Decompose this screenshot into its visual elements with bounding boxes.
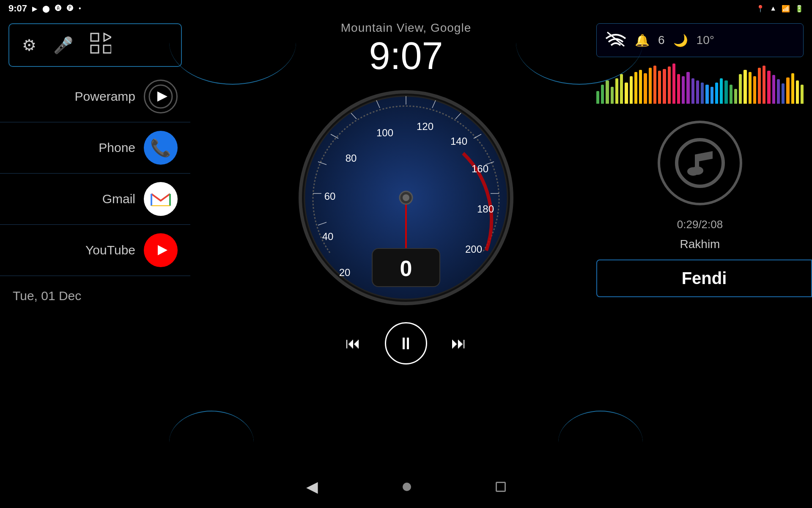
eq-bar-31 [743,70,746,104]
stop-status-icon: ⬤ [42,5,50,13]
date-label: Tue, 01 Dec [0,276,190,316]
svg-marker-5 [157,91,167,102]
eq-bar-29 [734,89,737,104]
eq-bar-41 [791,73,794,104]
eq-bar-20 [691,78,694,104]
temperature-text: 10° [697,33,714,47]
status-left-icons: 9:07 ▶ ⬤ 🅐 🅟 • [8,3,81,14]
eq-bar-22 [701,83,704,104]
main-time: 9:07 [369,37,443,75]
ringer-icon: 🔔 [635,33,650,47]
eq-bar-43 [801,85,804,104]
left-panel: ⚙ 🎤 Poweramp Phone 📞 Gmail [0,0,190,466]
eq-bar-2 [606,80,609,104]
status-time: 9:07 [8,3,27,14]
poweramp-icon [144,80,178,113]
svg-rect-2 [91,45,99,53]
eq-bar-3 [611,87,614,104]
location-status-icon: 📍 [756,5,765,13]
wifi-status-icon: ▲ [770,5,776,12]
eq-bar-7 [630,76,633,104]
center-panel: Mountain View, Google 9:07 [258,0,554,364]
location-text: Mountain View, Google [341,21,471,35]
eq-bar-16 [672,64,675,104]
a-status-icon: 🅐 [55,5,62,12]
eq-bar-40 [786,77,789,104]
eq-bar-6 [625,83,628,104]
status-right-icons: 📍 ▲ 📶 🔋 [756,5,804,13]
microphone-icon[interactable]: 🎤 [53,36,73,55]
eq-bar-12 [653,66,656,104]
equalizer [596,70,804,104]
eq-bar-25 [715,83,718,104]
eq-bar-35 [763,66,765,104]
song-name-text: Fendi [682,269,727,287]
eq-bar-11 [649,68,652,104]
svg-text:180: 180 [477,203,494,215]
eq-bar-19 [686,72,689,104]
prev-button[interactable]: ⏮ [338,329,368,358]
poweramp-label: Poweramp [75,89,135,104]
eq-bar-39 [782,83,785,104]
app-item-poweramp[interactable]: Poweramp [0,71,190,122]
recents-button[interactable] [496,482,506,492]
youtube-label: YouTube [85,243,135,257]
svg-text:200: 200 [465,243,482,255]
eq-bar-4 [615,78,618,104]
phone-label: Phone [99,141,135,155]
eq-bar-13 [658,71,661,104]
eq-bar-17 [677,74,680,104]
next-button[interactable]: ⏭ [444,329,474,358]
settings-icon[interactable]: ⚙ [22,36,36,55]
eq-bar-1 [601,85,604,104]
app-item-gmail[interactable]: Gmail [0,174,190,225]
eq-bar-32 [749,72,752,104]
eq-bar-37 [772,75,775,104]
svg-point-24 [403,194,409,201]
svg-rect-3 [104,45,111,53]
eq-bar-42 [796,80,799,104]
eq-bar-24 [710,87,713,104]
gmail-icon [144,182,178,216]
speedometer-container: 20 40 60 80 100 120 140 160 180 200 0 0 [296,88,516,309]
eq-bar-18 [682,76,685,104]
music-controls: ⏮ ⏸ ⏭ [338,322,474,364]
svg-text:120: 120 [417,121,433,132]
wifi-bars-icon [605,30,626,50]
eq-bar-26 [720,78,723,104]
dot-status-icon: • [79,5,81,12]
svg-text:20: 20 [339,267,351,278]
moon-icon: 🌙 [673,33,688,47]
eq-bar-10 [644,73,647,104]
eq-bar-27 [724,80,727,104]
eq-bar-21 [696,80,699,104]
phone-icon: 📞 [144,131,178,165]
signal-status-icon: 📶 [782,5,790,13]
eq-bar-36 [767,71,770,104]
apps-grid-icon[interactable] [90,33,111,58]
svg-text:0: 0 [400,256,412,281]
eq-bar-15 [668,66,671,104]
svg-rect-0 [91,33,99,41]
app-item-youtube[interactable]: YouTube [0,225,190,276]
home-button[interactable] [403,483,411,491]
back-button[interactable]: ◀ [306,478,318,496]
svg-point-40 [677,140,723,186]
svg-text:80: 80 [346,152,357,164]
eq-bar-9 [639,70,642,104]
p-status-icon: 🅟 [67,5,74,12]
eq-bar-28 [730,85,732,104]
eq-bar-33 [753,76,756,104]
music-note-circle [658,121,742,205]
svg-point-42 [691,166,703,175]
eq-bar-34 [758,68,761,104]
track-time: 0:29/2:08 [588,218,812,231]
app-item-phone[interactable]: Phone 📞 [0,122,190,174]
eq-bar-23 [705,85,708,104]
pause-button[interactable]: ⏸ [385,322,427,364]
status-bar: 9:07 ▶ ⬤ 🅐 🅟 • 📍 ▲ 📶 🔋 [0,0,812,17]
svg-text:40: 40 [322,231,334,242]
top-right-status: 🔔 6 🌙 10° [596,23,804,57]
play-status-icon: ▶ [32,5,37,13]
song-name-box: Fendi [596,260,812,297]
